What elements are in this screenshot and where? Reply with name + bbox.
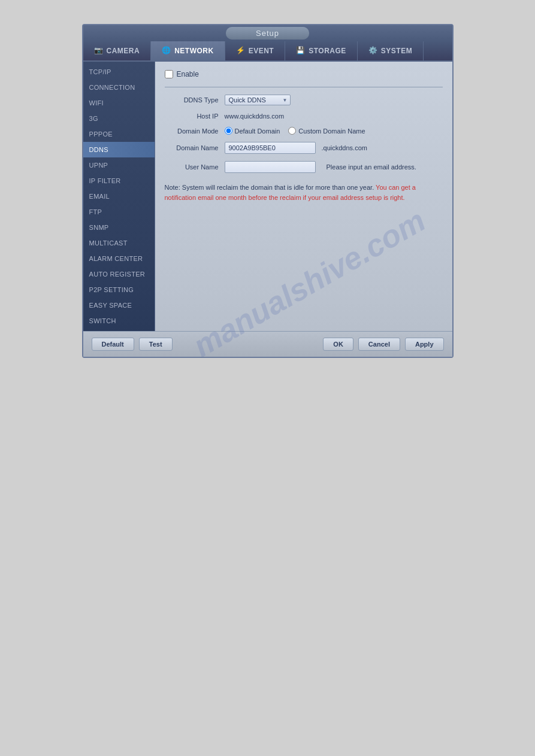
event-icon: ⚡ <box>236 46 246 56</box>
domain-name-label: Domain Name <box>165 144 219 151</box>
enable-label[interactable]: Enable <box>177 70 199 78</box>
btn-group-right: OK Cancel Apply <box>323 338 443 351</box>
divider-top <box>165 87 443 87</box>
sidebar-item-email[interactable]: EMAIL <box>83 189 155 204</box>
default-button[interactable]: Default <box>92 338 134 351</box>
host-ip-label: Host IP <box>165 113 219 120</box>
title-bar: Setup <box>83 25 452 41</box>
radio-default-domain: Default Domain <box>225 127 280 135</box>
button-bar: Default Test OK Cancel Apply <box>83 331 452 357</box>
user-name-label: User Name <box>165 163 219 171</box>
sidebar-item-ddns[interactable]: DDNS <box>83 142 155 157</box>
main-content: TCP/IP CONNECTION WIFI 3G PPPOE DDNS UPN… <box>83 62 452 331</box>
enable-checkbox[interactable] <box>165 70 173 78</box>
domain-suffix: .quickddns.com <box>322 144 367 151</box>
user-name-row: User Name Please input an email address. <box>165 161 443 173</box>
sidebar: TCP/IP CONNECTION WIFI 3G PPPOE DDNS UPN… <box>83 62 155 331</box>
radio-custom-label: Custom Domain Name <box>298 127 365 135</box>
tab-camera[interactable]: 📷 CAMERA <box>83 41 152 60</box>
domain-mode-row: Domain Mode Default Domain Custom Domain… <box>165 127 443 135</box>
sidebar-item-autoregister[interactable]: AUTO REGISTER <box>83 266 155 282</box>
sidebar-item-p2psetting[interactable]: P2P SETTING <box>83 282 155 297</box>
host-ip-value: www.quickddns.com <box>225 113 285 120</box>
content-panel: Enable DDNS Type Quick DDNS Dyndns NO-IP… <box>155 62 452 331</box>
sidebar-item-pppoe[interactable]: PPPOE <box>83 126 155 142</box>
note-text: Note: System will reclaim the domain tha… <box>165 184 374 191</box>
apply-button[interactable]: Apply <box>405 338 444 351</box>
system-icon: ⚙️ <box>368 46 378 56</box>
btn-group-left: Default Test <box>92 338 173 351</box>
domain-mode-label: Domain Mode <box>165 127 219 135</box>
host-ip-row: Host IP www.quickddns.com <box>165 113 443 120</box>
sidebar-item-multicast[interactable]: MULTICAST <box>83 235 155 251</box>
tab-event[interactable]: ⚡ EVENT <box>225 41 286 60</box>
cancel-button[interactable]: Cancel <box>358 338 400 351</box>
tab-bar: 📷 CAMERA 🌐 NETWORK ⚡ EVENT 💾 STORAGE ⚙️ … <box>83 41 452 62</box>
sidebar-item-ftp[interactable]: FTP <box>83 204 155 220</box>
domain-name-row: Domain Name .quickddns.com <box>165 142 443 154</box>
storage-icon: 💾 <box>296 46 306 56</box>
sidebar-item-switch[interactable]: SWITCH <box>83 313 155 329</box>
network-icon: 🌐 <box>162 46 171 56</box>
sidebar-item-wifi[interactable]: WIFI <box>83 95 155 111</box>
setup-title: Setup <box>226 27 309 40</box>
sidebar-item-connection[interactable]: CONNECTION <box>83 80 155 95</box>
tab-storage[interactable]: 💾 STORAGE <box>285 41 358 60</box>
camera-icon: 📷 <box>94 46 104 56</box>
ok-button[interactable]: OK <box>323 338 353 351</box>
email-hint: Please input an email address. <box>327 163 416 171</box>
domain-name-input[interactable] <box>225 142 316 154</box>
ddns-type-row: DDNS Type Quick DDNS Dyndns NO-IP CN99 <box>165 95 443 105</box>
tab-network[interactable]: 🌐 NETWORK <box>151 41 225 60</box>
sidebar-item-tcpip[interactable]: TCP/IP <box>83 64 155 80</box>
radio-default-label: Default Domain <box>235 127 280 135</box>
sidebar-item-snmp[interactable]: SNMP <box>83 220 155 235</box>
sidebar-item-alarmcenter[interactable]: ALARM CENTER <box>83 251 155 266</box>
sidebar-item-ipfilter[interactable]: IP FILTER <box>83 173 155 189</box>
radio-default-input[interactable] <box>225 127 232 135</box>
note-box: Note: System will reclaim the domain tha… <box>165 183 443 202</box>
ddns-type-select[interactable]: Quick DDNS Dyndns NO-IP CN99 <box>225 95 291 105</box>
sidebar-item-3g[interactable]: 3G <box>83 111 155 126</box>
tab-system[interactable]: ⚙️ SYSTEM <box>358 41 424 60</box>
sidebar-item-upnp[interactable]: UPNP <box>83 157 155 173</box>
radio-group: Default Domain Custom Domain Name <box>225 127 365 135</box>
radio-custom-domain: Custom Domain Name <box>288 127 365 135</box>
sidebar-item-easyspace[interactable]: EASY SPACE <box>83 297 155 313</box>
enable-row: Enable <box>165 70 443 78</box>
ddns-type-label: DDNS Type <box>165 96 219 104</box>
ddns-type-select-wrapper: Quick DDNS Dyndns NO-IP CN99 <box>225 95 291 105</box>
user-name-input[interactable] <box>225 161 316 173</box>
setup-container: Setup 📷 CAMERA 🌐 NETWORK ⚡ EVENT 💾 STORA… <box>82 24 454 358</box>
radio-custom-input[interactable] <box>288 127 296 135</box>
test-button[interactable]: Test <box>139 338 173 351</box>
